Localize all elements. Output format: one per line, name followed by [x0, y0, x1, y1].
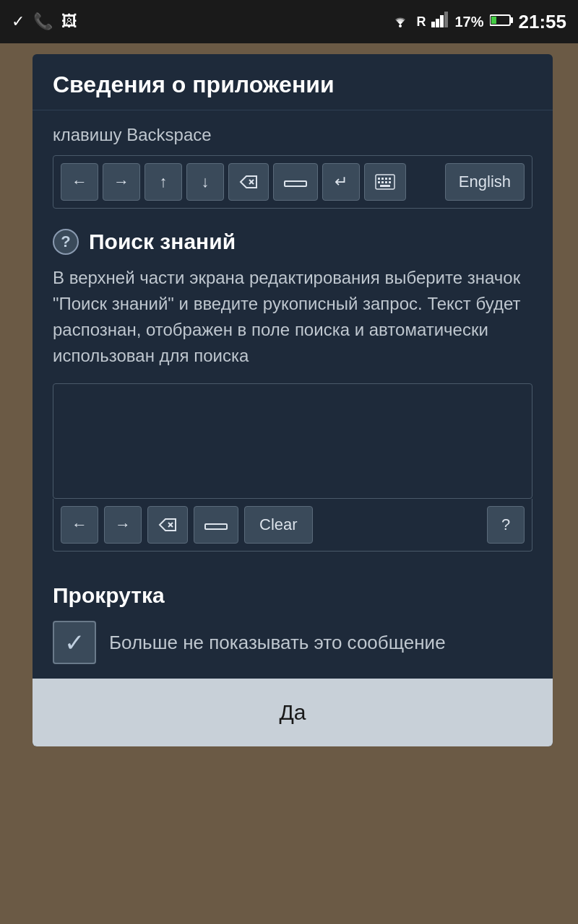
search-section-title: ? Поиск знаний	[53, 229, 532, 255]
phone-icon: 📞	[33, 12, 53, 31]
svg-rect-2	[436, 19, 439, 27]
search-body: В верхней части экрана редактирования вы…	[53, 265, 532, 369]
enter-button[interactable]: ↵	[322, 163, 360, 201]
checkmark-icon: ✓	[64, 628, 85, 657]
backspace-button[interactable]	[228, 163, 269, 201]
svg-rect-4	[444, 12, 448, 27]
svg-rect-10	[285, 181, 306, 186]
dialog-content: клавишу Backspace ← → ↑ ↓ ↵	[33, 110, 553, 552]
svg-rect-18	[385, 181, 387, 183]
battery-icon	[490, 12, 513, 31]
svg-rect-7	[510, 17, 513, 23]
draw-help-button[interactable]: ?	[487, 506, 525, 544]
backspace-text: клавишу Backspace	[53, 110, 532, 155]
image-icon: 🖼	[61, 12, 77, 31]
svg-rect-14	[385, 178, 387, 180]
space-button[interactable]	[273, 163, 318, 201]
svg-rect-13	[381, 178, 384, 180]
svg-rect-16	[378, 181, 380, 183]
signal-icon: R	[416, 14, 426, 30]
wifi-icon	[390, 12, 410, 32]
svg-rect-12	[378, 178, 380, 180]
dont-show-checkbox[interactable]: ✓	[53, 621, 96, 664]
signal-bars-icon	[431, 12, 449, 32]
dont-show-label: Больше не показывать это сообщение	[109, 629, 446, 655]
left-arrow-button[interactable]: ←	[61, 163, 98, 201]
svg-point-0	[399, 25, 402, 27]
search-heading: Поиск знаний	[89, 230, 236, 254]
time: 21:55	[519, 11, 567, 33]
draw-left-arrow-button[interactable]: ←	[61, 506, 98, 544]
svg-rect-20	[380, 185, 390, 187]
down-arrow-button[interactable]: ↓	[186, 163, 224, 201]
check-circle-icon: ✓	[12, 12, 25, 31]
keyboard-button[interactable]	[364, 163, 406, 201]
draw-space-button[interactable]	[194, 506, 238, 544]
battery-percent: 17%	[454, 14, 483, 30]
checkbox-row: ✓ Больше не показывать это сообщение	[53, 621, 532, 664]
draw-right-arrow-button[interactable]: →	[104, 506, 142, 544]
up-arrow-button[interactable]: ↑	[144, 163, 182, 201]
svg-rect-23	[205, 524, 227, 529]
dialog: Сведения о приложении клавишу Backspace …	[33, 54, 553, 746]
svg-rect-15	[389, 178, 391, 180]
scroll-heading: Прокрутка	[53, 583, 532, 608]
drawing-area[interactable]	[53, 383, 532, 499]
help-icon: ?	[53, 229, 79, 255]
draw-backspace-button[interactable]	[147, 506, 188, 544]
svg-rect-6	[491, 17, 496, 24]
keyboard-toolbar: ← → ↑ ↓ ↵	[53, 155, 532, 209]
scroll-section: Прокрутка ✓ Больше не показывать это соо…	[33, 569, 553, 679]
clear-button[interactable]: Clear	[244, 506, 313, 544]
confirm-button[interactable]: Да	[33, 679, 553, 746]
draw-toolbar: ← → Clear ?	[53, 499, 532, 552]
dialog-footer: Да	[33, 679, 553, 746]
svg-rect-1	[431, 22, 435, 27]
status-bar-right: R 17% 21:55	[390, 11, 566, 33]
svg-rect-17	[381, 181, 384, 183]
status-bar: ✓ 📞 🖼 R 17%	[0, 0, 578, 43]
english-button[interactable]: English	[445, 163, 525, 201]
right-arrow-button[interactable]: →	[103, 163, 140, 201]
svg-rect-3	[440, 15, 444, 27]
svg-rect-19	[389, 181, 391, 183]
status-bar-left: ✓ 📞 🖼	[12, 12, 77, 31]
dialog-title: Сведения о приложении	[33, 54, 553, 110]
